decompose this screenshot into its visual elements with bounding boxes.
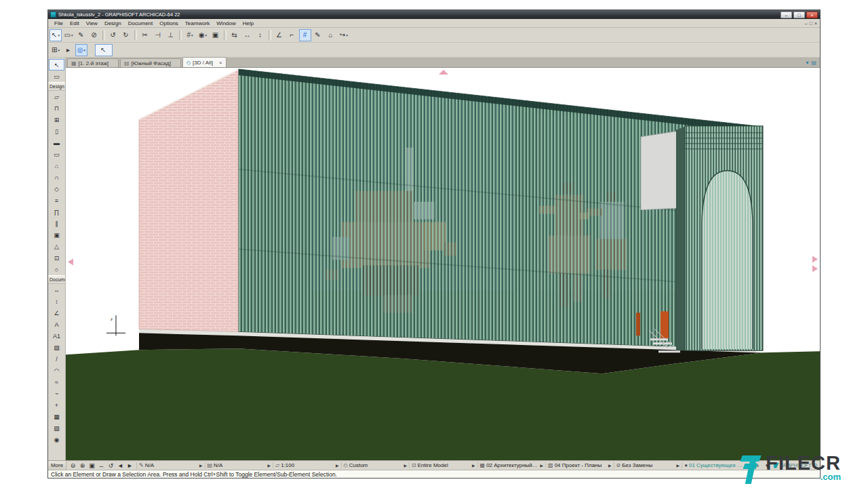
- scroll-arrow-right-2[interactable]: [812, 265, 818, 272]
- favorites-button[interactable]: ✎: [312, 29, 324, 41]
- polyline-tool[interactable]: ≈: [48, 376, 65, 388]
- menu-item[interactable]: Window: [213, 20, 239, 26]
- previous-view-button[interactable]: ◄: [116, 462, 125, 469]
- angle-dimension-tool[interactable]: ∠: [48, 307, 65, 319]
- orbit-button[interactable]: ↺: [106, 462, 115, 469]
- scroll-arrow-right[interactable]: [812, 256, 818, 263]
- select-arrow-button[interactable]: ↖ ▾: [50, 29, 62, 41]
- menu-item[interactable]: Teamwork: [182, 20, 213, 26]
- redo-button[interactable]: ↻: [120, 29, 132, 41]
- tab-south-elevation[interactable]: ▤ [Южный Фасад]: [120, 58, 181, 67]
- camera-tool[interactable]: ◉: [48, 434, 65, 445]
- hotspot-tool[interactable]: +: [48, 399, 65, 411]
- railing-tool[interactable]: ∏: [48, 206, 65, 218]
- trim-button[interactable]: ⊥: [165, 29, 177, 41]
- tab-overflow-button[interactable]: ▾: [806, 60, 808, 66]
- grid-snap-button[interactable]: # ▾: [184, 29, 196, 41]
- beam-tool[interactable]: ▬: [48, 137, 65, 148]
- grid-toggle-button[interactable]: #: [299, 29, 311, 41]
- mirror-button[interactable]: ↔: [241, 29, 254, 41]
- tab-close-icon[interactable]: ×: [219, 60, 222, 66]
- document-section[interactable]: Docume: [48, 275, 65, 284]
- close-button[interactable]: ×: [806, 12, 818, 18]
- home-story-button[interactable]: ⌂: [325, 29, 337, 41]
- scroll-arrow-top[interactable]: [439, 70, 448, 75]
- arc-tool[interactable]: ◠: [48, 365, 65, 376]
- view-settings-field[interactable]: ◇ Custom ▶: [342, 462, 410, 468]
- menu-item[interactable]: Edit: [66, 20, 83, 26]
- dimension-tool[interactable]: ↔: [48, 284, 65, 296]
- tab-options-button[interactable]: ▤: [811, 60, 816, 66]
- spline-tool[interactable]: ~: [48, 388, 65, 399]
- fit-view-button[interactable]: ▣: [87, 462, 96, 469]
- window-titlebar[interactable]: Shkola_iskusstv_2 - GRAPHISOFT ARCHICAD-…: [48, 10, 820, 19]
- zoom-in-button[interactable]: ⊕: [78, 462, 87, 469]
- zone-tool[interactable]: ▣: [48, 229, 65, 241]
- lock-button[interactable]: ▣: [210, 29, 222, 41]
- mesh-tool[interactable]: △: [48, 241, 65, 252]
- eraser-button[interactable]: ⊘: [88, 29, 100, 41]
- 3d-viewport[interactable]: z: [66, 68, 820, 460]
- model-filter-field[interactable]: ⊡ Entire Model ▶: [410, 462, 478, 468]
- fill-tool[interactable]: ▨: [48, 342, 65, 353]
- menu-item[interactable]: Design: [101, 20, 125, 26]
- adjust-button[interactable]: ⊣: [152, 29, 164, 41]
- menu-item[interactable]: View: [83, 20, 101, 26]
- marquee-button[interactable]: ▭ ▾: [62, 29, 75, 41]
- door-tool[interactable]: ⊓: [48, 102, 65, 114]
- separator[interactable]: [224, 30, 226, 41]
- figure-tool[interactable]: ▦: [48, 411, 65, 422]
- pen-set-field[interactable]: ⊘ Без Замены ▶: [614, 462, 683, 468]
- drawing-tool[interactable]: ▧: [48, 422, 65, 434]
- pan-button[interactable]: ↔: [97, 462, 106, 469]
- design-section[interactable]: Design: [48, 82, 65, 91]
- doc-minimize-icon[interactable]: –: [805, 21, 808, 26]
- undo-button[interactable]: ↺: [107, 29, 119, 41]
- scale-field[interactable]: ▱ 1:100 ▶: [273, 462, 342, 468]
- navigate-button[interactable]: ↪ ▾: [338, 29, 350, 41]
- separator[interactable]: [179, 30, 182, 41]
- tab-3d-all[interactable]: ◇ [3D / All] ×: [182, 57, 226, 67]
- next-view-button[interactable]: ►: [125, 462, 134, 469]
- stair-tool[interactable]: ≡: [48, 195, 65, 206]
- roof-tool[interactable]: ⌂: [48, 160, 65, 171]
- menu-item[interactable]: Document: [125, 20, 156, 26]
- menu-item[interactable]: Help: [239, 20, 257, 26]
- elevate-button[interactable]: ↕: [254, 29, 267, 41]
- marquee-tool[interactable]: ▭: [48, 70, 65, 82]
- opening-tool[interactable]: ○: [48, 264, 65, 275]
- pencil-button[interactable]: ✎: [75, 29, 87, 41]
- pen-field[interactable]: ✎ N/A ▶: [137, 462, 205, 468]
- slab-tool[interactable]: ▭: [48, 148, 65, 160]
- maximize-button[interactable]: □: [793, 12, 805, 18]
- snap-guides-button[interactable]: ⌐: [286, 29, 298, 41]
- guide-lines-button[interactable]: ∠: [273, 29, 285, 41]
- toolbox-more-button[interactable]: More: [48, 461, 66, 470]
- menu-item[interactable]: File: [51, 20, 66, 26]
- expand-button[interactable]: ▸: [62, 44, 75, 56]
- window-tool[interactable]: ⊞: [48, 114, 65, 125]
- shell-tool[interactable]: ∩: [48, 171, 65, 183]
- wall-tool[interactable]: ▱: [48, 91, 65, 102]
- morph-tool[interactable]: ◇: [48, 183, 65, 195]
- gravity-button[interactable]: ◉ ▾: [197, 29, 209, 41]
- label-tool[interactable]: A1: [48, 330, 65, 342]
- text-tool[interactable]: A: [48, 319, 65, 330]
- line-tool[interactable]: /: [48, 353, 65, 365]
- doc-close-icon[interactable]: ×: [814, 21, 817, 26]
- doc-restore-icon[interactable]: □: [810, 21, 812, 26]
- minimize-button[interactable]: –: [781, 12, 792, 18]
- arrow-tool-button[interactable]: ↖: [95, 44, 113, 56]
- curtain-wall-tool[interactable]: ∥: [48, 218, 65, 229]
- layer-field[interactable]: ▤ N/A ▶: [205, 462, 274, 468]
- arrow-tool[interactable]: ↖: [49, 59, 64, 70]
- separator[interactable]: [269, 30, 271, 41]
- tab-floor-plan[interactable]: ▦ [1. 2-й этаж]: [67, 58, 119, 67]
- quick-options-button[interactable]: ⊞ ▾: [50, 44, 62, 56]
- split-button[interactable]: ✂: [139, 29, 151, 41]
- separator[interactable]: [134, 30, 137, 41]
- zoom-out-button[interactable]: ⊖: [68, 462, 77, 469]
- column-tool[interactable]: ▯: [48, 125, 65, 137]
- scroll-arrow-left[interactable]: [68, 259, 73, 266]
- quick-view-button[interactable]: ◎ ▾: [75, 44, 87, 56]
